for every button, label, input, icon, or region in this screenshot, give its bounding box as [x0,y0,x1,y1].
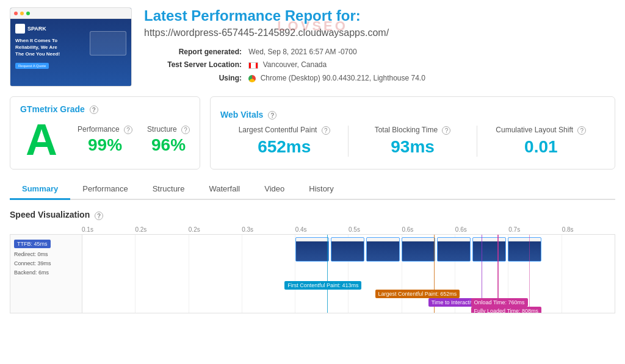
report-title: Latest Performance Report for: [144,7,615,25]
ruler-7: 0.6s [455,226,508,233]
ruler-4: 0.4s [295,226,349,233]
tabs-section: Summary Performance Structure Waterfall … [10,179,615,200]
metrics-section: GTmetrix Grade ? A Performance ? 99% [10,96,615,170]
cls-label: Cumulative Layout Shift [496,126,573,134]
cls-help-icon[interactable]: ? [577,126,586,135]
fully-loaded-annotation: Fully Loaded Time: 808ms [471,307,542,313]
tbt-label: Total Blocking Time [375,126,438,134]
cls-value: 0.01 [485,137,598,157]
structure-label: Structure [147,125,177,134]
frame-5 [437,237,471,262]
tbt-value: 93ms [356,137,469,157]
ruler-5: 0.5s [349,226,402,233]
tab-structure[interactable]: Structure [140,179,197,200]
tab-video[interactable]: Video [252,179,297,200]
generated-label: Report generated: [144,46,242,59]
tbt-item: Total Blocking Time ? 93ms [349,126,477,157]
tab-history[interactable]: History [297,179,345,200]
ttfb-badge: TTFB: 45ms [14,240,51,248]
frame-1 [295,237,329,262]
ruler-0: 0.1s [82,226,135,233]
report-info: Latest Performance Report for: https://w… [144,7,615,85]
gtmetrix-card: GTmetrix Grade ? A Performance ? 99% [10,96,200,170]
speed-help-icon[interactable]: ? [95,212,103,220]
frame-2 [331,237,364,262]
gtmetrix-help-icon[interactable]: ? [90,105,98,114]
grade-value: A [20,118,63,162]
tab-waterfall[interactable]: Waterfall [197,179,252,200]
timeline-track: First Contentful Paint: 413ms Largest Co… [82,235,615,313]
performance-label: Performance [78,125,120,134]
generated-value: Wed, Sep 8, 2021 6:57 AM -0700 [248,48,356,56]
structure-value: 96% [147,135,190,155]
lcp-value: 652ms [228,137,341,157]
structure-help-icon[interactable]: ? [181,126,190,134]
frame-4 [402,237,435,262]
frame-6 [472,237,506,262]
tab-summary[interactable]: Summary [10,179,70,200]
tab-performance[interactable]: Performance [70,179,140,200]
frame-7 [508,237,541,262]
lcp-label: Largest Contentful Paint [239,126,317,134]
report-meta: Report generated: Wed, Sep 8, 2021 6:57 … [144,46,615,85]
ruler-2: 0.2s [189,226,242,233]
tbt-help-icon[interactable]: ? [442,126,450,135]
performance-help-icon[interactable]: ? [124,126,132,134]
ruler-3: 0.3s [242,226,295,233]
ruler-9: 0.8s [562,226,615,233]
lcp-annotation: Largest Contentful Paint: 652ms [375,290,460,298]
site-screenshot: SPARK When It Comes ToReliability, We Ar… [10,7,132,87]
canada-flag-icon [248,62,258,69]
webvitals-help-icon[interactable]: ? [268,111,276,120]
server-value: Vancouver, Canada [263,60,327,69]
ttfb-panel: TTFB: 45ms Redirect: 0ms Connect: 39ms B… [10,235,82,313]
webvitals-card: Web Vitals ? Largest Contentful Paint ? … [210,96,615,170]
lcp-help-icon[interactable]: ? [322,126,330,135]
ruler-1: 0.2s [135,226,188,233]
frame-3 [366,237,400,262]
lcp-item: Largest Contentful Paint ? 652ms [220,126,349,157]
webvitals-title: Web Vitals [220,110,263,120]
using-value: Chrome (Desktop) 90.0.4430.212, Lighthou… [261,74,425,82]
using-label: Using: [144,72,242,85]
screenshot-frames [295,237,541,262]
cls-item: Cumulative Layout Shift ? 0.01 [477,126,605,157]
chrome-icon [248,75,256,82]
header-section: SPARK When It Comes ToReliability, We Ar… [10,7,615,87]
report-url: https://wordpress-657445-2145892.cloudwa… [144,27,615,38]
speed-title: Speed Visualization [10,210,90,219]
onload-annotation: Onload Time: 760ms [471,298,528,307]
ruler-6: 0.6s [402,226,455,233]
fcp-line [327,235,328,313]
ruler-8: 0.7s [508,226,562,233]
gtmetrix-title: GTmetrix Grade [20,104,85,114]
fully-loaded-line [529,235,530,313]
ttfb-details: Redirect: 0ms Connect: 39ms Backend: 6ms [14,250,78,278]
performance-value: 99% [78,135,132,155]
speed-section: Speed Visualization ? 0.1s 0.2s 0.2s 0.3… [10,210,615,313]
server-label: Test Server Location: [144,59,242,72]
fcp-annotation: First Contentful Paint: 413ms [284,281,361,290]
